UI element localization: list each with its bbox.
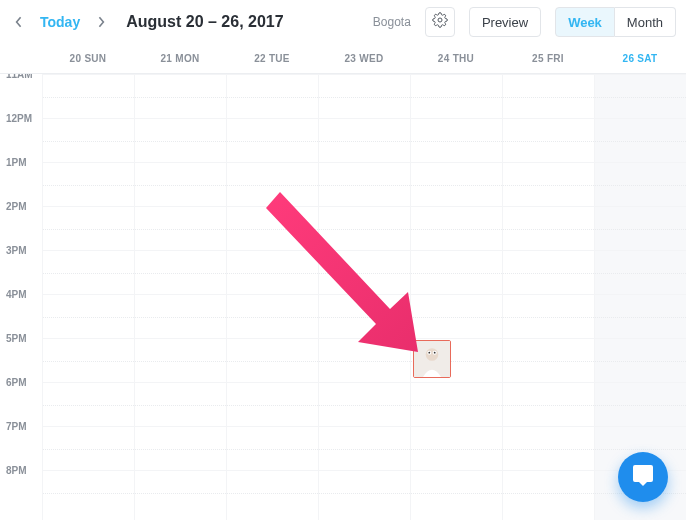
month-view-button[interactable]: Month bbox=[615, 7, 676, 37]
hour-label: 12PM bbox=[0, 113, 42, 157]
day-header[interactable]: 25 FRI bbox=[502, 44, 594, 73]
hour-label: 6PM bbox=[0, 377, 42, 421]
calendar-grid[interactable]: 11AM 12PM 1PM 2PM 3PM 4PM 5PM 6PM 7PM 8P… bbox=[0, 74, 686, 520]
timezone-label[interactable]: Bogota bbox=[373, 15, 411, 29]
day-header[interactable]: 22 TUE bbox=[226, 44, 318, 73]
day-header[interactable]: 20 SUN bbox=[42, 44, 134, 73]
calendar-event[interactable] bbox=[413, 340, 451, 378]
day-header[interactable]: 21 MON bbox=[134, 44, 226, 73]
svg-point-6 bbox=[434, 352, 436, 354]
hour-label: 8PM bbox=[0, 465, 42, 509]
day-header[interactable]: 26 SAT bbox=[594, 44, 686, 73]
gear-icon bbox=[432, 12, 448, 32]
svg-point-2 bbox=[426, 348, 439, 361]
view-toggle: Week Month bbox=[555, 7, 676, 37]
next-week-button[interactable] bbox=[92, 8, 110, 36]
time-gutter: 11AM 12PM 1PM 2PM 3PM 4PM 5PM 6PM 7PM 8P… bbox=[0, 74, 42, 520]
svg-point-0 bbox=[438, 18, 442, 22]
day-column[interactable] bbox=[410, 74, 502, 520]
hour-label: 3PM bbox=[0, 245, 42, 289]
day-column[interactable] bbox=[318, 74, 410, 520]
hour-label: 2PM bbox=[0, 201, 42, 245]
chat-icon bbox=[631, 463, 655, 491]
calendar-toolbar: Today August 20 – 26, 2017 Bogota Previe… bbox=[0, 0, 686, 44]
hour-label: 1PM bbox=[0, 157, 42, 201]
day-header[interactable]: 23 WED bbox=[318, 44, 410, 73]
preview-button[interactable]: Preview bbox=[469, 7, 541, 37]
hour-label: 11AM bbox=[0, 74, 42, 113]
avatar bbox=[414, 341, 450, 377]
day-column[interactable] bbox=[502, 74, 594, 520]
svg-point-5 bbox=[428, 352, 430, 354]
hour-label: 7PM bbox=[0, 421, 42, 465]
date-range-label: August 20 – 26, 2017 bbox=[126, 13, 283, 31]
settings-button[interactable] bbox=[425, 7, 455, 37]
chat-button[interactable] bbox=[618, 452, 668, 502]
hour-label: 5PM bbox=[0, 333, 42, 377]
today-button[interactable]: Today bbox=[36, 14, 84, 30]
day-column[interactable] bbox=[134, 74, 226, 520]
prev-week-button[interactable] bbox=[10, 8, 28, 36]
week-view-button[interactable]: Week bbox=[555, 7, 615, 37]
day-header-row: 20 SUN 21 MON 22 TUE 23 WED 24 THU 25 FR… bbox=[0, 44, 686, 74]
hour-label: 4PM bbox=[0, 289, 42, 333]
day-header[interactable]: 24 THU bbox=[410, 44, 502, 73]
day-column[interactable] bbox=[42, 74, 134, 520]
day-column[interactable] bbox=[226, 74, 318, 520]
